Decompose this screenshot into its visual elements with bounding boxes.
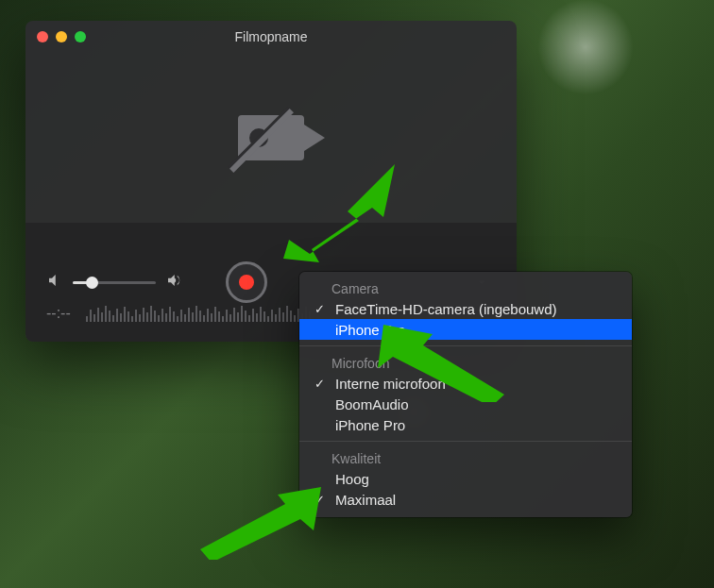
menu-item-camera-0[interactable]: ✓FaceTime-HD-camera (ingebouwd) [299, 298, 632, 319]
checkmark-icon: ✓ [313, 493, 326, 507]
record-icon [239, 275, 254, 290]
window-titlebar: Filmopname [26, 21, 517, 53]
menu-item-label: iPhone Pro [335, 417, 405, 433]
menu-header-microphone: Microfoon [299, 352, 632, 373]
menu-item-label: iPhone Pro [335, 322, 405, 338]
menu-header-quality: Kwaliteit [299, 447, 632, 468]
menu-item-label: Interne microfoon [335, 376, 446, 392]
menu-item-label: FaceTime-HD-camera (ingebouwd) [335, 301, 557, 317]
menu-item-label: Maximaal [335, 492, 396, 508]
speaker-high-icon [165, 272, 182, 293]
menu-item-microphone-1[interactable]: BoomAudio [299, 394, 632, 414]
volume-slider[interactable] [73, 281, 156, 284]
record-button[interactable] [226, 261, 267, 303]
menu-item-microphone-2[interactable]: iPhone Pro [299, 414, 632, 435]
menu-item-camera-1[interactable]: iPhone Pro [299, 319, 632, 340]
menu-item-label: Hoog [335, 471, 369, 487]
volume-control [46, 272, 182, 293]
elapsed-time: --:-- [46, 305, 71, 322]
minimize-window-button[interactable] [56, 31, 67, 42]
window-controls [37, 31, 86, 42]
zoom-window-button[interactable] [75, 31, 86, 42]
checkmark-icon: ✓ [313, 377, 326, 391]
menu-divider [299, 345, 632, 346]
menu-item-label: BoomAudio [335, 396, 409, 412]
menu-header-camera: Camera [299, 277, 632, 298]
speaker-low-icon [46, 272, 63, 293]
close-window-button[interactable] [37, 31, 48, 42]
options-menu: Camera✓FaceTime-HD-camera (ingebouwd)iPh… [299, 272, 632, 517]
menu-item-quality-0[interactable]: Hoog [299, 468, 632, 489]
window-title: Filmopname [26, 29, 517, 44]
checkmark-icon: ✓ [313, 302, 326, 316]
menu-item-quality-1[interactable]: ✓Maximaal [299, 489, 632, 510]
camera-disabled-icon [238, 115, 304, 160]
camera-preview [26, 53, 517, 223]
menu-item-microphone-0[interactable]: ✓Interne microfoon [299, 373, 632, 394]
menu-divider [299, 441, 632, 442]
